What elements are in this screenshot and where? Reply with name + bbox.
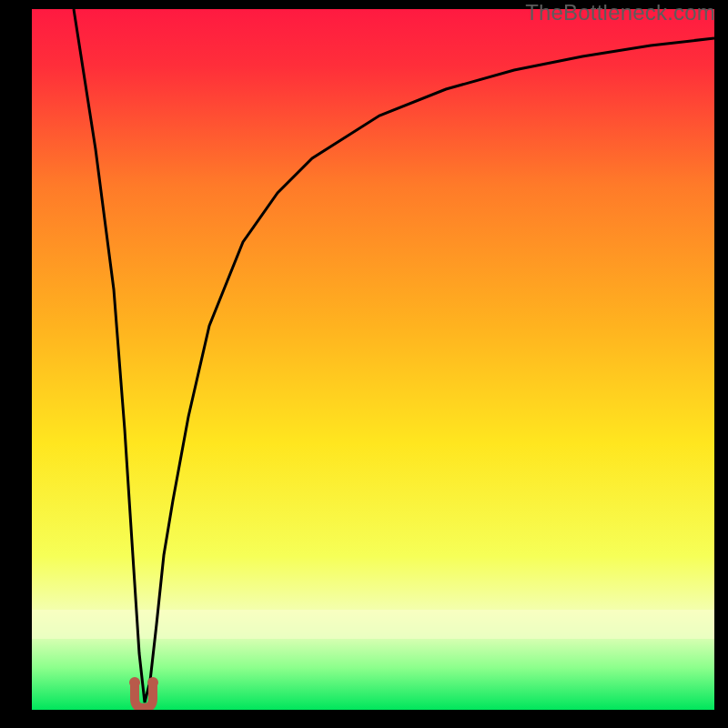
chart-svg bbox=[32, 9, 714, 710]
highlight-band bbox=[32, 610, 714, 639]
chart-frame: TheBottleneck.com bbox=[0, 0, 728, 728]
svg-point-0 bbox=[129, 677, 140, 688]
gradient-background bbox=[32, 9, 714, 710]
plot-area bbox=[32, 9, 714, 710]
watermark-text: TheBottleneck.com bbox=[525, 0, 715, 25]
svg-point-1 bbox=[147, 677, 158, 688]
